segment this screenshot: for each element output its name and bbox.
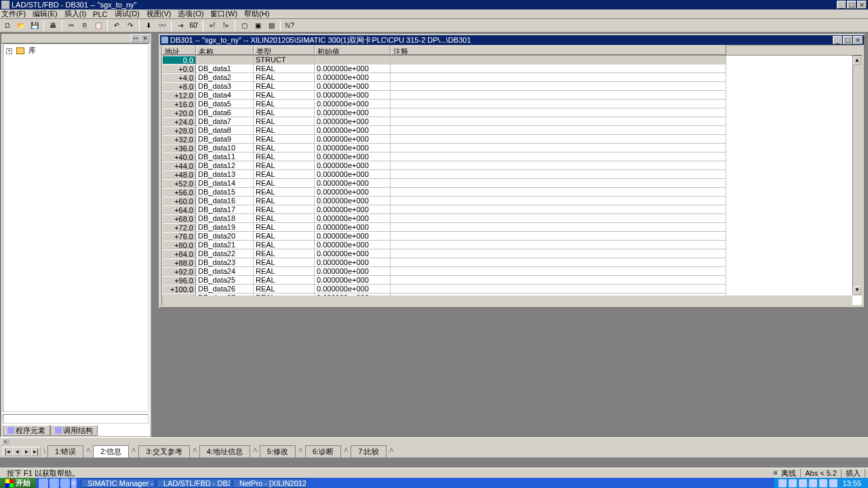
cell-initial[interactable]: 0.000000e+000 — [315, 214, 391, 223]
cell-name[interactable]: DB_data17 — [196, 205, 254, 214]
cell-type[interactable]: REAL — [254, 108, 315, 117]
cell-type[interactable]: REAL — [254, 232, 315, 241]
cell-initial[interactable]: 0.000000e+000 — [315, 258, 391, 267]
view3-button[interactable]: ▤ — [265, 20, 277, 32]
cell-name[interactable]: DB_data3 — [196, 82, 254, 91]
cell-name[interactable]: DB_data23 — [196, 258, 254, 267]
cell-comment[interactable] — [391, 241, 726, 249]
table-row[interactable]: +20.0DB_data6REAL0.000000e+000 — [162, 108, 852, 117]
cell-name[interactable]: DB_data1 — [196, 64, 254, 73]
menu-options[interactable]: 选项(O) — [178, 9, 203, 19]
child-max-button[interactable]: □ — [843, 36, 852, 44]
cell-comment[interactable] — [391, 258, 726, 267]
cell-type[interactable]: REAL — [254, 205, 315, 214]
sidepanel-close-button[interactable]: × — [140, 34, 150, 42]
cell-comment[interactable] — [391, 267, 726, 276]
prev-button[interactable]: «! — [206, 20, 218, 32]
tabs-prev-button[interactable]: ◂ — [12, 447, 22, 456]
cell-name[interactable]: DB_data2 — [196, 73, 254, 82]
maximize-button[interactable]: □ — [847, 1, 856, 9]
bottom-tab[interactable]: 5:修改 — [260, 445, 296, 458]
cell-address[interactable]: +92.0 — [162, 267, 196, 276]
cell-address[interactable]: +64.0 — [162, 205, 196, 214]
cell-address[interactable]: +96.0 — [162, 276, 196, 285]
monitor-on-button[interactable]: 60' — [188, 20, 200, 32]
tray-icon[interactable] — [829, 479, 837, 487]
cell-address[interactable]: +28.0 — [162, 126, 196, 135]
cell-comment[interactable] — [391, 285, 726, 293]
table-row[interactable]: +92.0DB_data24REAL0.000000e+000 — [162, 267, 852, 276]
sidetab-callstruct[interactable]: 调用结构 — [50, 425, 98, 436]
cell-address[interactable]: +44.0 — [162, 161, 196, 170]
cell-initial[interactable]: 0.000000e+000 — [315, 285, 391, 293]
cell-address[interactable]: +20.0 — [162, 108, 196, 117]
cell-name[interactable]: DB_data26 — [196, 285, 254, 293]
cell-initial[interactable] — [315, 56, 391, 64]
cell-type[interactable]: REAL — [254, 214, 315, 223]
tray-icon[interactable] — [819, 479, 827, 487]
cell-address[interactable]: +68.0 — [162, 214, 196, 223]
cell-address[interactable]: +80.0 — [162, 241, 196, 249]
expand-icon[interactable]: + — [6, 48, 12, 54]
cell-comment[interactable] — [391, 276, 726, 285]
cell-comment[interactable] — [391, 135, 726, 144]
redo-button[interactable]: ↷ — [124, 20, 136, 32]
table-row[interactable]: +48.0DB_data13REAL0.000000e+000 — [162, 170, 852, 179]
cell-address[interactable]: +72.0 — [162, 223, 196, 232]
cell-comment[interactable] — [391, 179, 726, 188]
cell-type[interactable]: REAL — [254, 249, 315, 258]
cell-initial[interactable]: 0.000000e+000 — [315, 276, 391, 285]
table-row[interactable]: 0.0STRUCT — [162, 56, 852, 64]
cell-initial[interactable]: 0.000000e+000 — [315, 232, 391, 241]
cell-initial[interactable]: 0.000000e+000 — [315, 267, 391, 276]
cell-name[interactable]: DB_data8 — [196, 126, 254, 135]
cell-name[interactable]: DB_data13 — [196, 170, 254, 179]
cell-type[interactable]: REAL — [254, 126, 315, 135]
cell-address[interactable]: +0.0 — [162, 64, 196, 73]
download-button[interactable]: ⬇ — [142, 20, 155, 32]
cell-comment[interactable] — [391, 214, 726, 223]
grid-body[interactable]: 0.0STRUCT+0.0DB_data1REAL0.000000e+000+4… — [162, 56, 852, 296]
ie-icon[interactable] — [39, 479, 48, 488]
table-row[interactable]: +24.0DB_data7REAL0.000000e+000 — [162, 117, 852, 126]
child-titlebar[interactable]: DB301 -- "sgx_to_ny" -- XILIN201205\SIMA… — [160, 35, 864, 45]
cell-comment[interactable] — [391, 232, 726, 241]
cell-name[interactable]: DB_data22 — [196, 249, 254, 258]
cell-comment[interactable] — [391, 56, 726, 64]
table-row[interactable]: +64.0DB_data17REAL0.000000e+000 — [162, 205, 852, 214]
cell-comment[interactable] — [391, 188, 726, 197]
cell-type[interactable]: REAL — [254, 188, 315, 197]
cell-address[interactable]: 0.0 — [162, 56, 196, 64]
scroll-down-icon[interactable]: ▼ — [853, 286, 861, 295]
next-button[interactable]: !» — [220, 20, 232, 32]
cell-address[interactable]: +24.0 — [162, 117, 196, 126]
cell-comment[interactable] — [391, 249, 726, 258]
tabs-first-button[interactable]: |◂ — [3, 447, 12, 456]
col-initial[interactable]: 初始值 — [315, 45, 391, 55]
save-button[interactable]: 💾 — [28, 20, 41, 32]
cell-initial[interactable]: 0.000000e+000 — [315, 73, 391, 82]
cell-comment[interactable] — [391, 170, 726, 179]
cell-initial[interactable]: 0.000000e+000 — [315, 144, 391, 152]
open-button[interactable]: 📂 — [15, 20, 27, 32]
cell-comment[interactable] — [391, 126, 726, 135]
cell-address[interactable]: +36.0 — [162, 144, 196, 152]
tray-icon[interactable] — [799, 479, 807, 487]
cell-type[interactable]: REAL — [254, 152, 315, 161]
table-row[interactable]: +76.0DB_data20REAL0.000000e+000 — [162, 232, 852, 241]
scroll-up-icon[interactable]: ▲ — [853, 56, 861, 65]
undo-button[interactable]: ↶ — [111, 20, 123, 32]
desktop-icon[interactable] — [50, 479, 59, 488]
cell-address[interactable]: +60.0 — [162, 197, 196, 205]
table-row[interactable]: +100.0DB_data26REAL0.000000e+000 — [162, 285, 852, 293]
col-type[interactable]: 类型 — [254, 45, 315, 55]
cell-type[interactable]: REAL — [254, 82, 315, 91]
view2-button[interactable]: ▣ — [252, 20, 264, 32]
cell-address[interactable]: +48.0 — [162, 170, 196, 179]
cell-comment[interactable] — [391, 197, 726, 205]
cell-name[interactable]: DB_data20 — [196, 232, 254, 241]
cell-address[interactable]: +56.0 — [162, 188, 196, 197]
menu-window[interactable]: 窗口(W) — [210, 9, 237, 19]
tray-icon[interactable] — [778, 479, 787, 487]
cell-address[interactable]: +16.0 — [162, 100, 196, 108]
